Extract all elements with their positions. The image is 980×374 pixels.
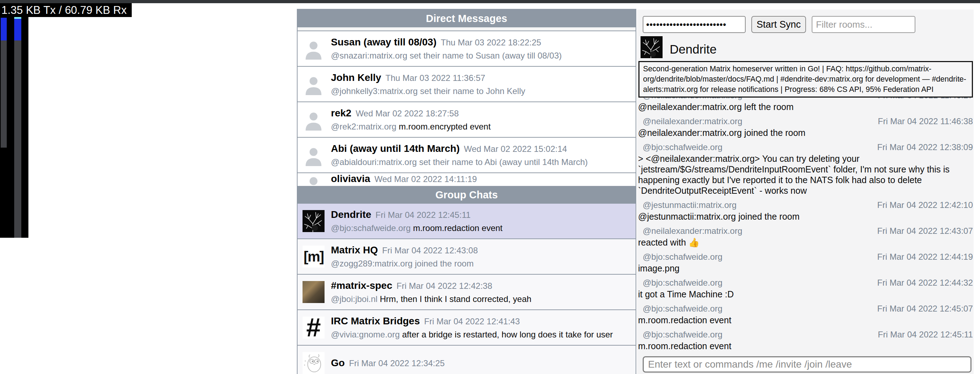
room-timestamp: Fri Mar 04 2022 12:41:43 [424, 317, 520, 326]
room-row-oliviavia[interactable]: oliviaviaWed Mar 02 2022 14:11:19 [298, 173, 636, 186]
message-timestamp: Fri Mar 04 2022 12:43:07 [877, 225, 973, 237]
room-row-rek2[interactable]: rek2Wed Mar 02 2022 18:27:58 @rek2:matri… [298, 102, 636, 138]
dendrite-avatar-icon [641, 36, 663, 59]
window-top-strip [0, 0, 980, 3]
message-timeline: @neilalexander:matrix.orgFri Mar 04 2022… [637, 89, 973, 355]
message: @bjo:schafweide.orgFri Mar 04 2022 12:38… [637, 141, 973, 196]
message-sender: @bjo:schafweide.org [643, 329, 722, 341]
room-row-matrix-hq[interactable]: [m] Matrix HQFri Mar 04 2022 12:43:08 @z… [298, 239, 636, 275]
person-avatar-icon [302, 109, 325, 131]
room-name: Dendrite [331, 209, 371, 220]
person-avatar-icon [302, 73, 325, 95]
message-sender: @bjo:schafweide.org [643, 303, 722, 315]
room-timestamp: Wed Mar 02 2022 14:11:19 [375, 174, 477, 184]
message-body: it got a Time Machine :D [637, 289, 973, 300]
sync-toolbar: Start Sync [643, 16, 915, 33]
room-list-panel: Direct Messages Susan (away till 08/03)T… [297, 9, 636, 374]
room-row-abi[interactable]: Abi (away until 14th March)Wed Mar 02 20… [298, 138, 636, 173]
message-body: @neilalexander:matrix.org joined the roo… [637, 127, 973, 138]
message: @jestunmactii:matrix.orgFri Mar 04 2022 … [637, 199, 973, 222]
message-sender: @jestunmactii:matrix.org [643, 199, 737, 211]
message-body: reacted with 👍 [637, 237, 973, 248]
message-timestamp: Fri Mar 04 2022 11:46:38 [878, 115, 973, 127]
room-topic: Second-generation Matrix homeserver writ… [638, 61, 973, 98]
room-preview: after a bridge is restarted, how long do… [402, 330, 613, 339]
hash-avatar-icon: # [302, 317, 325, 339]
room-title: Dendrite [670, 40, 716, 59]
message-timestamp: Fri Mar 04 2022 12:44:32 [877, 277, 973, 289]
message: @neilalexander:matrix.orgFri Mar 04 2022… [637, 225, 973, 248]
room-row-dendrite[interactable]: DendriteFri Mar 04 2022 12:45:11 @bjo:sc… [298, 204, 636, 239]
message: @bjo:schafweide.orgFri Mar 04 2022 12:44… [637, 277, 973, 300]
room-preview: @johnkelly3:matrix.org set their name to… [331, 86, 525, 96]
network-stats-text: 1.35 KB Tx / 60.79 KB Rx [0, 3, 132, 17]
message: @bjo:schafweide.orgFri Mar 04 2022 12:45… [637, 329, 973, 351]
message-body: > <@neilalexander:matrix.org> You can tr… [637, 153, 973, 196]
room-name: IRC Matrix Bridges [331, 315, 420, 326]
message-composer-input[interactable] [643, 356, 972, 372]
message-sender: @bjo:schafweide.org [643, 251, 722, 263]
matrix-logo-avatar-icon: [m] [302, 246, 325, 268]
room-preview-sender: @rek2:matrix.org [331, 122, 396, 131]
message-sender: @neilalexander:matrix.org [643, 115, 743, 127]
message-sender: @neilalexander:matrix.org [643, 225, 743, 237]
message-timestamp: Fri Mar 04 2022 12:38:09 [877, 141, 973, 153]
room-row-irc-matrix-bridges[interactable]: # IRC Matrix BridgesFri Mar 04 2022 12:4… [298, 310, 636, 345]
message: @neilalexander:matrix.orgFri Mar 04 2022… [637, 115, 973, 138]
message-timestamp: Fri Mar 04 2022 12:44:19 [877, 251, 973, 263]
rx-bar-blue [14, 19, 21, 40]
room-name: Matrix HQ [331, 244, 378, 255]
room-row-matrix-spec[interactable]: #matrix-specFri Mar 04 2022 12:42:38 @jb… [298, 275, 636, 310]
message-timestamp: Fri Mar 04 2022 12:42:10 [877, 199, 973, 211]
dendrite-avatar-icon [302, 210, 325, 232]
section-header-group-chats: Group Chats [298, 186, 636, 204]
tx-bar-blue [1, 18, 7, 40]
room-name: Go [331, 357, 345, 368]
scrolled-row-remnant [298, 27, 636, 31]
chat-panel: Start Sync Dendrite Second-generation Ma… [637, 10, 974, 374]
start-sync-button[interactable]: Start Sync [751, 16, 806, 33]
room-timestamp: Fri Mar 04 2022 12:34:25 [349, 358, 445, 368]
rx-bar-gray [14, 40, 21, 238]
room-row-john-kelly[interactable]: John KellyThu Mar 03 2022 11:36:57 @john… [298, 67, 636, 102]
network-traffic-graph [0, 17, 29, 238]
message: @bjo:schafweide.orgFri Mar 04 2022 12:45… [637, 303, 973, 325]
room-preview: Hrm, then I think I stand corrected, yea… [380, 294, 531, 304]
room-preview-sender: @jboi:jboi.nl [331, 294, 377, 304]
photo-avatar-icon [302, 281, 325, 303]
message-body: @jestunmactii:matrix.org joined the room [637, 211, 973, 222]
room-header: Dendrite [641, 36, 716, 59]
room-timestamp: Thu Mar 03 2022 11:36:57 [386, 73, 485, 83]
message-body: @neilalexander:matrix.org left the room [637, 101, 973, 112]
message-timestamp: Fri Mar 04 2022 12:45:11 [878, 329, 973, 341]
room-timestamp: Wed Mar 02 2022 15:02:14 [464, 144, 567, 154]
room-timestamp: Fri Mar 04 2022 12:43:08 [382, 246, 478, 255]
message-body: image.png [637, 263, 973, 274]
room-name: Susan (away till 08/03) [331, 36, 436, 48]
message-body: m.room.redaction event [637, 315, 973, 325]
password-input[interactable] [643, 16, 746, 33]
message: @bjo:schafweide.orgFri Mar 04 2022 12:44… [637, 251, 973, 274]
filter-rooms-input[interactable] [812, 16, 915, 33]
tx-bar-gray [1, 40, 7, 147]
room-preview: m.room.redaction event [413, 223, 503, 233]
room-preview: @snazari:matrix.org set their name to Su… [331, 51, 562, 60]
room-timestamp: Fri Mar 04 2022 12:45:11 [375, 210, 471, 220]
room-row-susan[interactable]: Susan (away till 08/03)Thu Mar 03 2022 1… [298, 31, 636, 67]
room-name: John Kelly [331, 72, 381, 83]
person-avatar-icon [302, 173, 325, 186]
room-name: Abi (away until 14th March) [331, 143, 460, 154]
room-timestamp: Fri Mar 04 2022 12:42:38 [397, 281, 493, 291]
room-name: #matrix-spec [331, 280, 392, 291]
room-timestamp: Wed Mar 02 2022 18:27:58 [356, 109, 459, 118]
message-timestamp: Fri Mar 04 2022 12:45:07 [877, 303, 973, 315]
gopher-avatar-icon [302, 352, 325, 374]
room-row-go[interactable]: GoFri Mar 04 2022 12:34:25 [298, 345, 636, 374]
room-preview-sender: @vivia:gnome.org [331, 330, 400, 339]
person-avatar-icon [302, 38, 325, 60]
section-header-direct-messages: Direct Messages [298, 10, 636, 27]
room-name: oliviavia [331, 173, 370, 184]
room-preview: @abialdouri:matrix.org set their name to… [331, 157, 588, 167]
room-name: rek2 [331, 108, 352, 119]
room-preview-sender: @bjo:schafweide.org [331, 223, 410, 233]
